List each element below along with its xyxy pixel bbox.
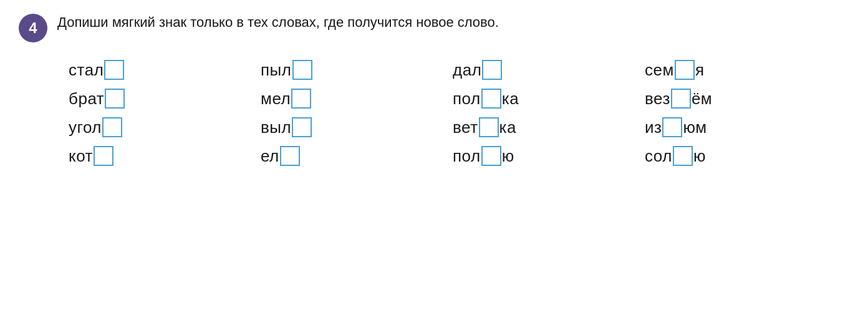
soft-sign-box-4-4[interactable] — [673, 146, 693, 166]
word-prefix-3-1: дал — [453, 61, 481, 80]
word-prefix-2-1: пыл — [261, 61, 292, 80]
word-suffix-4-4: ю — [693, 147, 706, 166]
soft-sign-box-4-1[interactable] — [675, 60, 695, 80]
word-column-2: пылмелвылел — [261, 60, 453, 166]
soft-sign-box-4-3[interactable] — [662, 117, 682, 137]
soft-sign-box-1-3[interactable] — [102, 117, 122, 137]
word-prefix-1-4: кот — [69, 147, 93, 166]
word-item-2-2: мел — [261, 89, 453, 109]
soft-sign-box-3-1[interactable] — [482, 60, 502, 80]
word-suffix-3-4: ю — [502, 147, 514, 166]
soft-sign-box-3-2[interactable] — [481, 89, 501, 109]
soft-sign-box-2-2[interactable] — [291, 89, 311, 109]
word-item-4-3: изюм — [645, 117, 837, 137]
soft-sign-box-1-1[interactable] — [104, 60, 124, 80]
word-item-2-4: ел — [261, 146, 453, 166]
word-item-1-1: стал — [69, 60, 261, 80]
word-item-2-3: выл — [261, 117, 453, 137]
soft-sign-box-1-2[interactable] — [105, 89, 125, 109]
soft-sign-box-3-3[interactable] — [479, 117, 499, 137]
word-item-2-1: пыл — [261, 60, 453, 80]
word-suffix-4-2: ём — [692, 89, 712, 109]
word-item-4-1: семя — [645, 60, 837, 80]
word-prefix-3-4: пол — [453, 147, 481, 166]
word-item-4-2: везём — [645, 89, 837, 109]
soft-sign-box-1-4[interactable] — [94, 146, 113, 166]
word-item-3-2: полка — [453, 89, 645, 109]
task-number-circle: 4 — [19, 14, 47, 42]
word-prefix-4-2: вез — [645, 89, 670, 109]
word-item-3-3: ветка — [453, 117, 645, 137]
soft-sign-box-2-3[interactable] — [292, 117, 312, 137]
word-prefix-2-4: ел — [261, 147, 279, 166]
soft-sign-box-2-1[interactable] — [292, 60, 312, 80]
word-item-4-4: солю — [645, 146, 837, 166]
word-column-4: семявезёмизюмсолю — [645, 60, 837, 166]
word-column-1: сталбратуголкот — [69, 60, 261, 166]
word-suffix-4-3: юм — [683, 118, 706, 137]
word-prefix-2-2: мел — [261, 89, 291, 109]
word-prefix-2-3: выл — [261, 118, 291, 137]
word-item-1-3: угол — [69, 117, 261, 137]
word-prefix-3-2: пол — [453, 89, 481, 109]
word-item-3-1: дал — [453, 60, 645, 80]
task-description: Допиши мягкий знак только в тех словах, … — [57, 12, 499, 32]
word-item-1-4: кот — [69, 146, 261, 166]
word-column-3: далполкаветкаполю — [453, 60, 645, 166]
word-prefix-1-1: стал — [69, 61, 104, 80]
soft-sign-box-3-4[interactable] — [481, 146, 501, 166]
soft-sign-box-2-4[interactable] — [280, 146, 300, 166]
header-row: 4 Допиши мягкий знак только в тех словах… — [19, 12, 849, 42]
word-suffix-4-1: я — [695, 61, 705, 80]
page-container: 4 Допиши мягкий знак только в тех словах… — [19, 12, 849, 166]
word-prefix-1-3: угол — [69, 118, 102, 137]
word-prefix-3-3: вет — [453, 118, 478, 137]
word-item-1-2: брат — [69, 89, 261, 109]
word-suffix-3-2: ка — [502, 89, 519, 109]
words-grid: сталбратуголкотпылмелвылелдалполкаветкап… — [19, 60, 849, 166]
word-suffix-3-3: ка — [499, 118, 516, 137]
word-item-3-4: полю — [453, 146, 645, 166]
word-prefix-4-1: сем — [645, 61, 674, 80]
word-prefix-4-4: сол — [645, 147, 672, 166]
task-number: 4 — [29, 19, 37, 37]
soft-sign-box-4-2[interactable] — [671, 89, 691, 109]
word-prefix-4-3: из — [645, 118, 662, 137]
word-prefix-1-2: брат — [69, 89, 104, 109]
